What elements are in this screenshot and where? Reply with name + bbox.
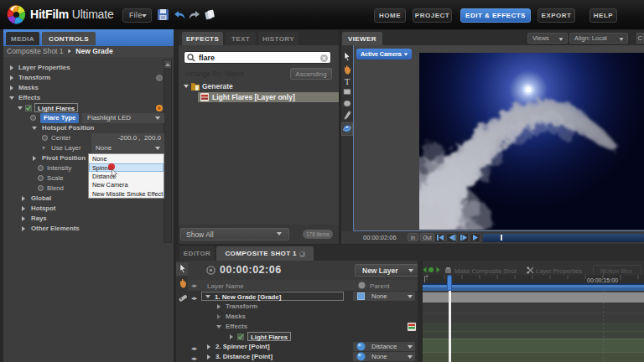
svg-text:T: T xyxy=(345,76,351,85)
